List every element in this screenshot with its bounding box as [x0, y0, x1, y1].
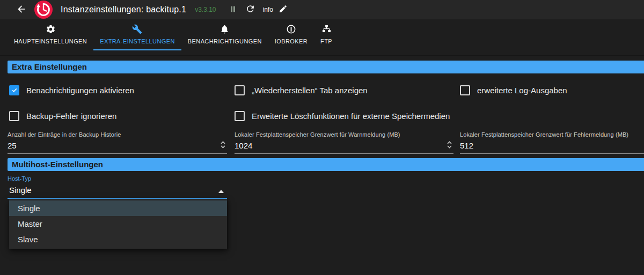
checkbox-box[interactable] [235, 85, 245, 95]
tab-label: FTP [320, 38, 332, 44]
info-circle-icon [286, 24, 296, 34]
wrench-icon [132, 24, 142, 34]
menu-option-master[interactable]: Master [9, 216, 227, 232]
tab-haupteinstellungen[interactable]: HAUPTEINSTELLUNGEN [8, 19, 93, 49]
tab-label: IOBROKER [275, 38, 308, 44]
field-backup-historie-anzahl: Anzahl der Einträge in der Backup Histor… [8, 131, 227, 154]
field-label: Lokaler Festplattenspeicher Grenzwert fü… [460, 131, 644, 138]
menu-option-slave[interactable]: Slave [9, 232, 227, 247]
app-header: Instanzeinstellungen: backitup.1 v3.3.10… [0, 0, 644, 19]
checkbox-erweiterte-loeschfunktionen[interactable]: Erweiterte Löschfunktionen für externe S… [235, 110, 450, 121]
pencil-icon [279, 4, 288, 15]
checkbox-box[interactable] [235, 111, 245, 121]
checkbox-wiederherstellen-tab[interactable]: „Wiederherstellen“ Tab anzeigen [235, 85, 368, 95]
checkbox-label: erweiterte Log-Ausgaben [477, 86, 567, 95]
grenzwert-warnmeldung-input[interactable] [235, 140, 453, 153]
instance-settings-window: Instanzeinstellungen: backitup.1 v3.3.10… [0, 0, 644, 275]
checkbox-label: Backup-Fehler ignorieren [26, 112, 116, 121]
checkbox-box[interactable] [9, 85, 19, 95]
checkbox-box[interactable] [9, 111, 19, 121]
grenzwert-fehlermeldung-input[interactable] [460, 140, 644, 153]
back-button[interactable] [15, 3, 28, 16]
page-title: Instanzeinstellungen: backitup.1 [61, 5, 186, 14]
field-grenzwert-warnmeldung: Lokaler Festplattenspeicher Grenzwert fü… [235, 131, 453, 154]
chevron-up-icon [218, 190, 224, 193]
tab-label: BENACHRICHTIGUNGEN [188, 38, 262, 44]
section-title: Multihost-Einstellungen [12, 160, 103, 169]
field-label: Lokaler Festplattenspeicher Grenzwert fü… [235, 131, 453, 138]
pause-icon [229, 5, 237, 15]
select-value[interactable]: Single [8, 184, 227, 198]
checkbox-label: Benachrichtigungen aktivieren [26, 86, 134, 95]
checkbox-label: „Wiederherstellen“ Tab anzeigen [252, 86, 368, 95]
checkbox-box[interactable] [460, 85, 470, 95]
refresh-icon [245, 4, 255, 16]
host-typ-select[interactable]: Host-Typ Single [8, 175, 227, 199]
arrow-back-icon [16, 4, 27, 16]
checkbox-label: Erweiterte Löschfunktionen für externe S… [252, 112, 450, 121]
tab-benachrichtigungen[interactable]: BENACHRICHTIGUNGEN [181, 19, 268, 49]
refresh-button[interactable] [245, 4, 256, 15]
pause-button[interactable] [228, 5, 238, 14]
menu-option-single[interactable]: Single [9, 200, 227, 216]
adapter-version: v3.3.10 [195, 6, 216, 13]
field-label: Anzahl der Einträge in der Backup Histor… [8, 131, 227, 138]
tab-label: HAUPTEINSTELLUNGEN [14, 38, 87, 44]
tab-label: EXTRA-EINSTELLUNGEN [100, 38, 175, 44]
checkbox-backup-fehler-ignorieren[interactable]: Backup-Fehler ignorieren [9, 110, 116, 121]
tab-ftp[interactable]: FTP [314, 19, 339, 49]
tab-extra-einstellungen[interactable]: EXTRA-EINSTELLUNGEN [93, 19, 181, 50]
number-stepper-icons[interactable] [220, 140, 226, 150]
tab-iobroker[interactable]: IOBROKER [268, 19, 314, 49]
backitup-adapter-icon [34, 0, 53, 19]
checkbox-benachrichtigungen-aktivieren[interactable]: Benachrichtigungen aktivieren [9, 85, 134, 95]
gear-icon [46, 24, 56, 34]
number-stepper-icons[interactable] [447, 140, 452, 150]
section-header-multihost: Multihost-Einstellungen [8, 158, 644, 171]
section-title: Extra Einstellungen [12, 62, 87, 71]
select-label: Host-Typ [8, 175, 227, 182]
field-grenzwert-fehlermeldung: Lokaler Festplattenspeicher Grenzwert fü… [460, 131, 644, 154]
host-typ-dropdown-menu: Single Master Slave [9, 199, 227, 249]
backup-historie-input[interactable] [8, 140, 227, 153]
bell-icon [219, 24, 230, 34]
sitemap-icon [321, 24, 332, 34]
info-label[interactable]: info [263, 6, 273, 13]
checkmark-icon [11, 87, 18, 93]
checkbox-erweiterte-log-ausgaben[interactable]: erweiterte Log-Ausgaben [460, 85, 567, 95]
settings-tab-bar: HAUPTEINSTELLUNGEN EXTRA-EINSTELLUNGEN B… [0, 19, 644, 56]
section-header-extra: Extra Einstellungen [8, 61, 644, 73]
edit-button[interactable] [279, 5, 288, 14]
